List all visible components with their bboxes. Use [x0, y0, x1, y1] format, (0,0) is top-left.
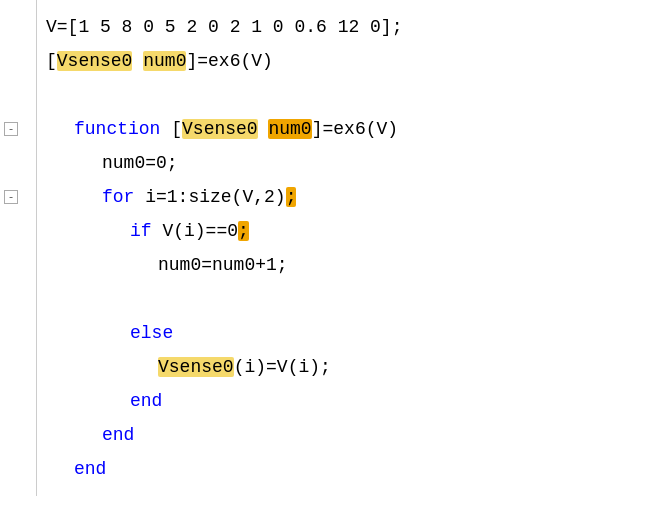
code-segment: V=[1 5 8 0 5 2 0 2 1 0 0.6 12 0]; [46, 17, 402, 37]
code-segment: Vsense0 [158, 357, 234, 377]
line-content [38, 282, 664, 316]
code-segment: for [102, 187, 134, 207]
code-line [0, 78, 664, 112]
code-line: -function [Vsense0 num0]=ex6(V) [0, 112, 664, 146]
code-segment: end [102, 425, 134, 445]
code-segment: (i)=V(i); [234, 357, 331, 377]
code-segment: num0 [143, 51, 186, 71]
code-line: end [0, 452, 664, 486]
code-segment: [ [160, 119, 182, 139]
code-segment: if [130, 221, 152, 241]
code-segment: ; [238, 221, 249, 241]
line-content: V=[1 5 8 0 5 2 0 2 1 0 0.6 12 0]; [38, 10, 664, 44]
editor-container: V=[1 5 8 0 5 2 0 2 1 0 0.6 12 0];[Vsense… [0, 0, 664, 524]
line-content: if V(i)==0; [38, 214, 664, 248]
code-line: -for i=1:size(V,2); [0, 180, 664, 214]
line-content: num0=0; [38, 146, 664, 180]
code-segment: Vsense0 [57, 51, 133, 71]
line-content: Vsense0(i)=V(i); [38, 350, 664, 384]
code-segment: function [74, 119, 160, 139]
line-content [38, 78, 664, 112]
code-segment: num0=0; [102, 153, 178, 173]
code-segment [132, 51, 143, 71]
fold-icon[interactable]: - [4, 190, 18, 204]
code-segment: Vsense0 [182, 119, 258, 139]
line-content: [Vsense0 num0]=ex6(V) [38, 44, 664, 78]
code-segment: V(i)==0 [152, 221, 238, 241]
line-content: for i=1:size(V,2); [38, 180, 664, 214]
code-line: if V(i)==0; [0, 214, 664, 248]
code-line [0, 282, 664, 316]
line-content: end [38, 384, 664, 418]
line-content: end [38, 452, 664, 486]
code-segment: num0=num0+1; [158, 255, 288, 275]
code-line: num0=0; [0, 146, 664, 180]
code-line: end [0, 384, 664, 418]
code-line: num0=num0+1; [0, 248, 664, 282]
line-content: end [38, 418, 664, 452]
code-segment: num0 [268, 119, 311, 139]
code-segment: ]=ex6(V) [312, 119, 398, 139]
code-segment: [ [46, 51, 57, 71]
fold-icon[interactable]: - [4, 122, 18, 136]
code-segment: ]=ex6(V) [186, 51, 272, 71]
code-line: end [0, 418, 664, 452]
code-line: else [0, 316, 664, 350]
line-content: num0=num0+1; [38, 248, 664, 282]
code-line: V=[1 5 8 0 5 2 0 2 1 0 0.6 12 0]; [0, 10, 664, 44]
line-content: else [38, 316, 664, 350]
code-segment: else [130, 323, 173, 343]
line-content: function [Vsense0 num0]=ex6(V) [38, 112, 664, 146]
code-segment [258, 119, 269, 139]
code-line: [Vsense0 num0]=ex6(V) [0, 44, 664, 78]
code-segment: i=1:size(V,2) [134, 187, 285, 207]
code-segment: end [74, 459, 106, 479]
code-segment: ; [286, 187, 297, 207]
code-area: V=[1 5 8 0 5 2 0 2 1 0 0.6 12 0];[Vsense… [0, 0, 664, 496]
code-segment: end [130, 391, 162, 411]
code-line: Vsense0(i)=V(i); [0, 350, 664, 384]
